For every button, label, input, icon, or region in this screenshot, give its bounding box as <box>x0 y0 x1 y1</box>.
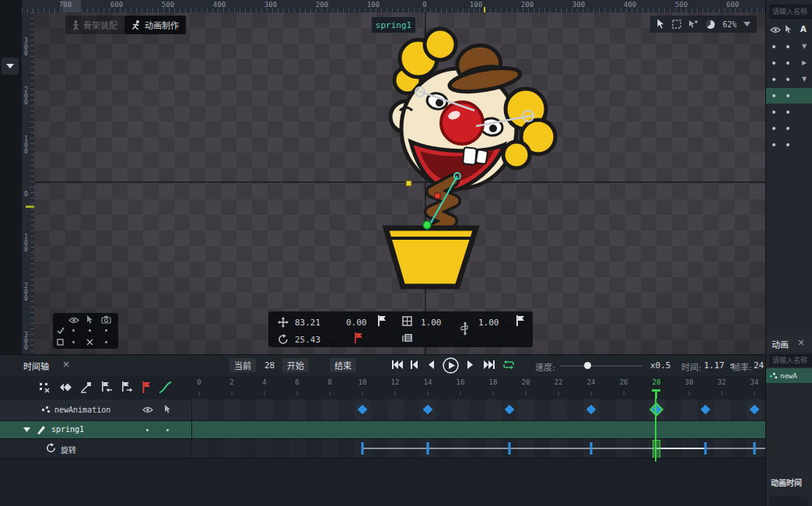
tree-row[interactable]: ▶ <box>766 55 812 71</box>
track-row-rotation[interactable]: 旋转 <box>0 439 765 458</box>
animations-search-input[interactable] <box>769 354 812 367</box>
visibility-dot[interactable] <box>772 143 775 146</box>
keyframe-bar[interactable] <box>362 442 364 455</box>
keyframe-bar[interactable] <box>705 442 707 455</box>
keyframe-diamond[interactable] <box>652 405 662 415</box>
visibility-dot[interactable] <box>772 111 775 114</box>
selectability-dot[interactable] <box>786 78 789 81</box>
animation-list-item-selected[interactable]: newA <box>766 368 812 383</box>
keyframe-bar[interactable] <box>590 442 593 455</box>
keyframe-panel-icon[interactable] <box>402 333 413 343</box>
visibility-dot[interactable] <box>772 94 775 97</box>
timeline-tab-close[interactable]: × <box>62 359 70 370</box>
shear-key-flag-icon[interactable] <box>516 315 525 326</box>
matrix-dot[interactable] <box>89 329 91 332</box>
start-frame-button[interactable]: 开始 <box>282 358 309 372</box>
visibility-dot[interactable] <box>772 127 775 130</box>
selectability-dot[interactable] <box>786 127 789 130</box>
zoom-level-value[interactable]: 62% <box>723 20 737 29</box>
tree-row-chevron-icon[interactable]: ▼ <box>802 43 807 50</box>
shear-value[interactable]: 1.00 <box>478 318 499 328</box>
keyframe-diamond[interactable] <box>358 405 368 415</box>
selectability-dot[interactable] <box>786 111 789 114</box>
scale-value[interactable]: 1.00 <box>421 318 442 328</box>
bottom-partial-input[interactable] <box>769 497 808 506</box>
tree-row[interactable] <box>766 88 812 104</box>
loop-toggle-button[interactable] <box>503 360 514 370</box>
speed-slider-track[interactable] <box>560 365 642 367</box>
previous-keyframe-button[interactable] <box>410 360 418 370</box>
track-row-bone-spring1[interactable]: spring1 <box>0 421 765 438</box>
matrix-dot[interactable] <box>105 329 107 332</box>
speed-slider-knob[interactable] <box>584 362 591 369</box>
keyframe-current-block[interactable] <box>653 440 660 459</box>
keyframe-bar[interactable] <box>427 442 429 455</box>
end-frame-button[interactable]: 结束 <box>330 358 356 372</box>
keyframe-diamond[interactable] <box>505 405 515 415</box>
visibility-dot[interactable] <box>772 78 775 81</box>
tab-rig-mode[interactable]: 骨架装配 <box>65 16 124 34</box>
animations-tab-label[interactable]: 动画 <box>772 338 789 350</box>
tree-row-chevron-icon[interactable]: ▼ <box>802 76 807 83</box>
keyframe-diamond[interactable] <box>701 405 711 415</box>
keyframe-bar[interactable] <box>509 442 511 455</box>
frame-ruler[interactable]: 0246810121416182022242628303234 <box>0 376 765 399</box>
check-icon[interactable] <box>57 327 65 334</box>
previous-frame-button[interactable] <box>428 360 435 370</box>
translate-y-value[interactable]: 0.00 <box>346 318 367 328</box>
timeline-tab-label[interactable]: 时间轴 <box>23 360 49 372</box>
play-button[interactable] <box>443 357 459 374</box>
matrix-dot[interactable] <box>105 341 107 343</box>
current-frame-button[interactable]: 当前 <box>229 358 256 372</box>
cursor-tool-icon[interactable] <box>656 19 665 30</box>
tree-row[interactable] <box>766 137 812 153</box>
rotate-key-flag-red-icon[interactable] <box>354 332 363 343</box>
playhead-line[interactable] <box>655 390 656 462</box>
selectability-dot[interactable] <box>786 45 789 48</box>
square-icon[interactable] <box>57 339 64 346</box>
zoom-dropdown-icon[interactable] <box>744 22 751 26</box>
next-keyframe-button[interactable] <box>483 360 495 370</box>
skip-to-start-button[interactable] <box>391 360 403 370</box>
x-mark-icon[interactable] <box>86 339 93 346</box>
tab-animate-mode[interactable]: 动画制作 <box>124 16 186 34</box>
animations-tab-close[interactable]: × <box>797 337 805 348</box>
canvas-viewport[interactable]: 骨架装配 动画制作 spring1 <box>34 12 765 354</box>
track-row-animation[interactable]: newAnimation <box>0 399 765 420</box>
track-toggle-dot[interactable] <box>166 429 169 431</box>
next-frame-button[interactable] <box>467 360 474 370</box>
keyframe-bar[interactable] <box>754 442 756 455</box>
current-frame-value[interactable]: 28 <box>264 360 275 371</box>
rotate-value[interactable]: 25.43 <box>295 335 320 345</box>
matrix-dot[interactable] <box>72 329 75 332</box>
keyframe-diamond[interactable] <box>586 405 597 415</box>
visibility-dot[interactable] <box>772 61 775 65</box>
translate-key-flag-icon[interactable] <box>377 315 387 326</box>
track-name-spring1[interactable]: spring1 <box>51 425 84 434</box>
translate-x-value[interactable]: 83.21 <box>295 318 320 328</box>
view-shading-icon[interactable] <box>705 19 716 30</box>
cursor-icon[interactable] <box>86 315 93 325</box>
snap-cursor-icon[interactable] <box>688 19 698 29</box>
selectability-dot[interactable] <box>786 61 789 65</box>
track-toggle-dot[interactable] <box>146 429 149 431</box>
clown-character[interactable] <box>366 23 568 296</box>
tree-row[interactable] <box>766 104 812 120</box>
fps-value[interactable]: 24 <box>754 360 764 371</box>
camera-icon[interactable] <box>101 316 111 324</box>
eye-icon[interactable] <box>770 26 781 33</box>
eye-icon[interactable] <box>68 317 79 324</box>
expand-triangle-icon[interactable] <box>23 427 30 432</box>
selectability-dot[interactable] <box>786 94 789 97</box>
matrix-dot[interactable] <box>72 341 75 343</box>
keyframe-diamond[interactable] <box>750 405 760 415</box>
selectability-dot[interactable] <box>786 143 789 146</box>
keyframe-diamond[interactable] <box>423 405 433 415</box>
left-strip-dropdown[interactable] <box>2 58 19 75</box>
cursor-icon[interactable] <box>785 25 792 34</box>
tree-row[interactable]: ▼ <box>766 39 812 54</box>
tree-search-input[interactable] <box>769 5 812 19</box>
tree-row[interactable]: ▼ <box>766 72 812 87</box>
speed-value[interactable]: x0.5 <box>650 360 671 371</box>
marquee-select-icon[interactable] <box>672 19 681 29</box>
